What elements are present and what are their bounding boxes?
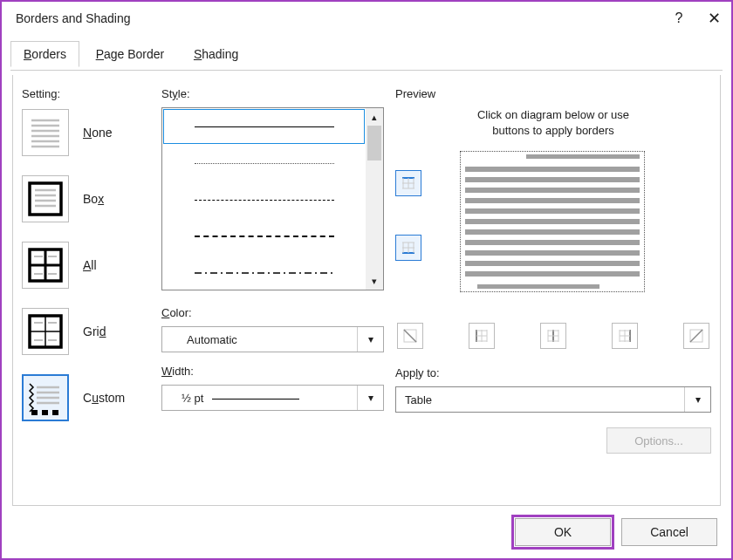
help-button[interactable]: ? (661, 10, 696, 26)
scroll-up-icon[interactable]: ▴ (366, 108, 383, 126)
setting-custom-label: Custom (83, 391, 125, 405)
border-right-button[interactable] (612, 323, 638, 349)
svg-line-46 (404, 330, 416, 342)
dialog-title: Borders and Shading (16, 11, 661, 25)
svg-rect-29 (31, 410, 38, 415)
tab-page-border[interactable]: Page Border (83, 41, 178, 67)
svg-rect-30 (42, 410, 48, 415)
width-label: Width: (161, 365, 384, 378)
chevron-down-icon: ▾ (357, 386, 383, 410)
scroll-thumb[interactable] (367, 126, 381, 160)
border-inside-v-button[interactable] (540, 323, 566, 349)
apply-to-dropdown[interactable]: Table ▾ (395, 386, 711, 413)
style-label: Style: (161, 87, 384, 100)
setting-all-icon (22, 242, 69, 289)
svg-rect-6 (30, 183, 61, 215)
style-dashed-tight[interactable] (162, 181, 366, 218)
preview-area (395, 147, 711, 296)
color-label: Color: (161, 306, 384, 319)
width-value: ½ pt (182, 392, 203, 405)
setting-all-label: All (83, 258, 97, 272)
setting-grid-label: Grid (83, 324, 106, 338)
preview-hint: Click on diagram below or use buttons to… (404, 107, 702, 139)
border-top-button[interactable] (395, 170, 421, 196)
preview-panel: Preview Click on diagram below or use bu… (395, 87, 711, 296)
setting-box-icon (22, 175, 69, 222)
style-dash-dot[interactable] (162, 255, 366, 290)
setting-none-icon (22, 109, 69, 156)
style-solid[interactable] (162, 108, 366, 145)
setting-custom-icon (22, 374, 69, 421)
tab-strip: Borders Page Border Shading (10, 40, 723, 70)
border-bottom-button[interactable] (395, 235, 421, 261)
style-dotted-fine[interactable] (162, 145, 366, 181)
setting-none-label: None (83, 126, 112, 140)
ok-button[interactable]: OK (515, 518, 611, 546)
cancel-button[interactable]: Cancel (621, 518, 717, 546)
setting-all[interactable]: All (22, 240, 157, 290)
preview-diagram[interactable] (465, 156, 640, 287)
style-dashed[interactable] (162, 218, 366, 255)
width-sample-line (212, 399, 299, 400)
close-button[interactable]: ✕ (696, 9, 731, 28)
setting-grid-icon (22, 308, 69, 355)
apply-to-label: Apply to: (395, 366, 711, 379)
tab-borders[interactable]: Borders (10, 41, 79, 67)
style-listbox[interactable]: ▴ ▾ (161, 107, 384, 290)
setting-box[interactable]: Box (22, 174, 157, 224)
chevron-down-icon: ▾ (684, 387, 710, 412)
options-button: Options... (606, 427, 711, 454)
setting-none[interactable]: None (22, 107, 157, 158)
style-scrollbar[interactable]: ▴ ▾ (366, 108, 383, 290)
style-panel: Style: ▴ ▾ Color: Automatic ▾ Width: ½ p… (161, 87, 384, 411)
setting-custom[interactable]: Custom (22, 372, 157, 423)
preview-label: Preview (395, 87, 711, 100)
chevron-down-icon: ▾ (357, 327, 383, 352)
border-diag-up-button[interactable] (683, 323, 709, 349)
color-dropdown[interactable]: Automatic ▾ (161, 326, 384, 352)
svg-rect-31 (52, 410, 58, 415)
tab-shading[interactable]: Shading (181, 41, 251, 67)
scroll-down-icon[interactable]: ▾ (366, 272, 383, 290)
dialog-content: Setting: None Box All Grid (12, 75, 721, 506)
setting-label: Setting: (22, 87, 157, 100)
setting-panel: Setting: None Box All Grid (22, 87, 157, 439)
setting-box-label: Box (83, 192, 104, 206)
border-left-button[interactable] (469, 323, 495, 349)
svg-line-66 (690, 330, 702, 342)
width-dropdown[interactable]: ½ pt ▾ (161, 385, 384, 411)
setting-grid[interactable]: Grid (22, 306, 157, 357)
title-bar: Borders and Shading ? ✕ (2, 2, 731, 35)
dialog-buttons: OK Cancel (515, 518, 717, 546)
apply-to-value: Table (405, 393, 432, 406)
border-diag-down-button[interactable] (397, 323, 423, 349)
apply-to-section: Apply to: Table ▾ (395, 366, 711, 413)
color-value: Automatic (187, 333, 383, 346)
